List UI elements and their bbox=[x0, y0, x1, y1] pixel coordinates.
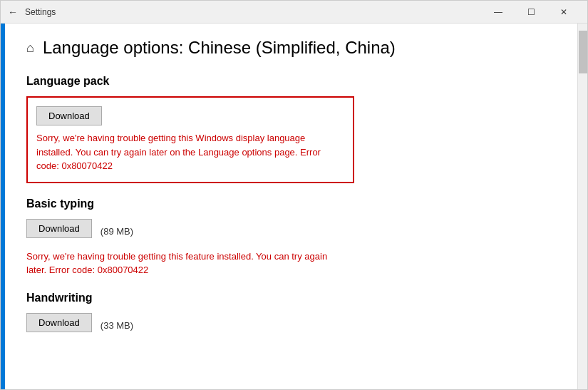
title-bar: ← Settings — ☐ ✕ bbox=[1, 1, 587, 24]
section-title-basic-typing: Basic typing bbox=[26, 197, 556, 210]
content-area: ⌂ Language options: Chinese (Simplified,… bbox=[5, 24, 577, 389]
basic-typing-size: (89 MB) bbox=[100, 226, 133, 237]
section-language-pack: Language pack Download Sorry, we're havi… bbox=[26, 75, 556, 183]
basic-typing-download-row: Download (89 MB) bbox=[26, 219, 556, 244]
basic-typing-error-text: Sorry, we're having trouble getting this… bbox=[26, 250, 333, 277]
back-button[interactable]: ← bbox=[8, 6, 18, 18]
maximize-button[interactable]: ☐ bbox=[515, 1, 547, 24]
section-basic-typing: Basic typing Download (89 MB) Sorry, we'… bbox=[26, 197, 556, 277]
language-pack-download-button[interactable]: Download bbox=[36, 106, 102, 125]
page-header: ⌂ Language options: Chinese (Simplified,… bbox=[26, 38, 556, 58]
scrollbar[interactable] bbox=[577, 24, 587, 389]
handwriting-download-button[interactable]: Download bbox=[26, 313, 92, 332]
language-pack-error-box: Download Sorry, we're having trouble get… bbox=[26, 96, 354, 183]
settings-window: ← Settings — ☐ ✕ ⌂ Language options: Chi… bbox=[0, 0, 588, 390]
section-handwriting: Handwriting Download (33 MB) bbox=[26, 292, 556, 338]
language-pack-error-text: Sorry, we're having trouble getting this… bbox=[36, 131, 343, 173]
scrollbar-thumb[interactable] bbox=[579, 31, 587, 73]
section-title-handwriting: Handwriting bbox=[26, 292, 556, 304]
basic-typing-download-button[interactable]: Download bbox=[26, 219, 92, 238]
window-controls: — ☐ ✕ bbox=[482, 1, 580, 24]
handwriting-download-row: Download (33 MB) bbox=[26, 313, 556, 338]
close-button[interactable]: ✕ bbox=[547, 1, 580, 24]
handwriting-size: (33 MB) bbox=[100, 320, 133, 331]
page-title: Language options: Chinese (Simplified, C… bbox=[43, 38, 396, 58]
window-title: Settings bbox=[25, 7, 482, 17]
section-title-language-pack: Language pack bbox=[26, 75, 556, 88]
minimize-button[interactable]: — bbox=[482, 1, 515, 24]
home-icon[interactable]: ⌂ bbox=[26, 41, 34, 56]
